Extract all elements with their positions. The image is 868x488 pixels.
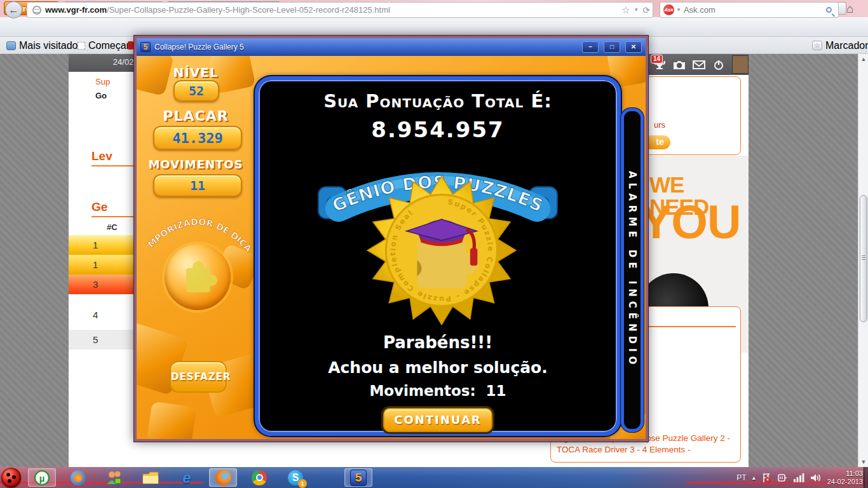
taskbar-utorrent[interactable]: µ [28, 468, 56, 487]
moves-label: MOVIMENTOS [138, 158, 254, 171]
taskbar-puzzle-gallery-5[interactable]: 5 [344, 468, 372, 487]
show-desktop-button[interactable] [864, 467, 868, 488]
bookmark-hidden[interactable] [128, 37, 133, 54]
score-value: 41.329 [153, 126, 242, 150]
level-number: 52 [189, 83, 204, 98]
taskbar-chrome[interactable] [245, 468, 273, 487]
search-icon[interactable] [826, 7, 832, 13]
solution-text: Achou a melhor solução. [259, 358, 617, 377]
bookmarks-star-icon: ☆ [812, 41, 822, 50]
page-link[interactable]: Sup [95, 77, 110, 86]
scrollbar[interactable]: ▲ ▼ [858, 54, 868, 467]
camera-icon[interactable] [673, 60, 686, 70]
moves-number: 11 [190, 178, 205, 193]
moves-value: 11 [153, 174, 242, 197]
congrats-text: Parabéns!!! [259, 333, 617, 352]
score-label: PLACAR [138, 108, 254, 124]
puzzle-piece-icon [165, 244, 231, 310]
taskbar: µ e [0, 467, 868, 488]
table-row: 4 [69, 305, 141, 325]
url-dropdown-icon[interactable]: ▼ [634, 7, 639, 13]
getting-started-icon [78, 42, 85, 50]
taskbar-explorer[interactable] [137, 468, 165, 487]
bookmark-star-icon[interactable]: ☆ [621, 4, 630, 16]
skype-badge: 1 [298, 479, 307, 488]
bookmarks-menu-button[interactable]: ☆ Marcadores [812, 37, 868, 54]
volume-icon[interactable] [810, 473, 822, 483]
taskbar-messenger[interactable] [100, 468, 128, 487]
rank-cell: 5 [93, 334, 98, 345]
mail-icon[interactable] [693, 60, 705, 70]
poster-line2: YOU [641, 199, 740, 246]
rank-cell: 1 [93, 240, 98, 250]
taskbar-media-player[interactable] [64, 468, 92, 487]
profile-panel: urs te [635, 76, 741, 155]
undo-button[interactable]: DESFAZER [170, 361, 227, 393]
language-indicator[interactable]: PT [736, 473, 746, 482]
globe-icon [32, 6, 41, 15]
search-input[interactable] [684, 5, 826, 15]
home-icon[interactable]: ⌂ [846, 2, 853, 16]
taskbar-internet-explorer[interactable]: e [173, 468, 201, 487]
game-content: NÍVEL 52 PLACAR 41.329 MOVIMENTOS 11 TEM… [137, 56, 646, 439]
firefox-icon [215, 470, 231, 485]
rank-cell: 1 [93, 259, 98, 270]
continue-button[interactable]: CONTINUAR [383, 408, 492, 432]
game-window: 5 Collapse! Puzzle Gallery 5 – □ ✕ NÍVEL… [134, 36, 648, 442]
cube-decoration [147, 401, 196, 439]
taskbar-firefox[interactable] [209, 468, 237, 487]
page-text: Go [95, 91, 107, 100]
system-tray: PT ▴ 11:03 24-02-2013 [736, 467, 863, 488]
table-row: 3 [69, 274, 141, 294]
avatar[interactable] [732, 55, 749, 74]
table-row: 5 [69, 330, 141, 349]
score-number: 41.329 [172, 130, 222, 146]
url-domain: www.vgr-fr.com [45, 5, 107, 15]
scroll-down-icon[interactable]: ▼ [858, 457, 868, 467]
puzzle-gallery-5-icon: 5 [350, 470, 367, 486]
bookmarks-menu-label: Marcadores [825, 40, 868, 51]
notification-badge: 14 [651, 55, 663, 64]
rank-cell: 3 [93, 279, 98, 290]
moves-text: Movimentos: 11 [259, 383, 617, 399]
chrome-icon [252, 470, 267, 485]
ask-logo-icon[interactable]: Ask [663, 4, 674, 15]
navigation-bar [0, 17, 868, 37]
game-minimize-button[interactable]: – [582, 41, 599, 53]
action-center-flag-icon[interactable] [761, 473, 771, 483]
url-input[interactable]: www.vgr-fr.com /Super-Collapse-Puzzle-Ga… [27, 2, 653, 18]
scroll-up-icon[interactable]: ▲ [858, 54, 868, 64]
game-titlebar[interactable]: 5 Collapse! Puzzle Gallery 5 – □ ✕ [137, 38, 646, 56]
reload-icon[interactable]: ⟳ [642, 5, 650, 15]
folder-icon [142, 470, 159, 485]
level-label: NÍVEL [138, 65, 254, 80]
taskbar-skype[interactable]: S 1 [281, 468, 309, 487]
search-engine-dropdown-icon[interactable]: ▼ [676, 7, 681, 13]
url-path: /Super-Collapse-Puzzle-Gallery-5-High-Sc… [107, 5, 618, 15]
game-maximize-button[interactable]: □ [604, 41, 620, 53]
table-row: 1 [69, 255, 141, 274]
game-window-title: Collapse! Puzzle Gallery 5 [154, 43, 577, 51]
red-bookmark-icon [128, 41, 133, 50]
scrollbar-thumb[interactable] [860, 195, 867, 322]
desktop: – ❐ ✕ Firefox ▾ Video Games Records - Lo… [0, 0, 868, 488]
hidden-icons-arrow-icon[interactable]: ▴ [752, 474, 756, 481]
start-button[interactable] [1, 468, 21, 487]
clock[interactable]: 11:03 24-02-2013 [827, 470, 863, 486]
fire-alarm-tab[interactable]: ALARME DE INCÊNDIO [621, 108, 644, 432]
bookmark-most-visited[interactable]: Mais visitados [6, 37, 83, 54]
game-link-line[interactable]: TOCA Race Driver 3 - 4 Elements - [557, 444, 736, 456]
table-row: 1 [69, 235, 141, 255]
tray-time: 11:03 [827, 470, 863, 478]
network-signal-icon[interactable] [793, 473, 804, 483]
panel-text: urs [654, 120, 665, 130]
page-background-left [0, 54, 69, 467]
game-close-button[interactable]: ✕ [625, 41, 642, 53]
internet-explorer-icon: e [182, 469, 191, 487]
page-header-bar-left: 24/02/ [69, 54, 141, 72]
power-icon[interactable] [712, 60, 725, 70]
hint-ball-button[interactable] [165, 244, 231, 310]
search-box[interactable]: Ask ▼ [660, 2, 839, 18]
back-button[interactable]: ← [5, 1, 22, 18]
power-plug-icon[interactable] [777, 473, 787, 483]
